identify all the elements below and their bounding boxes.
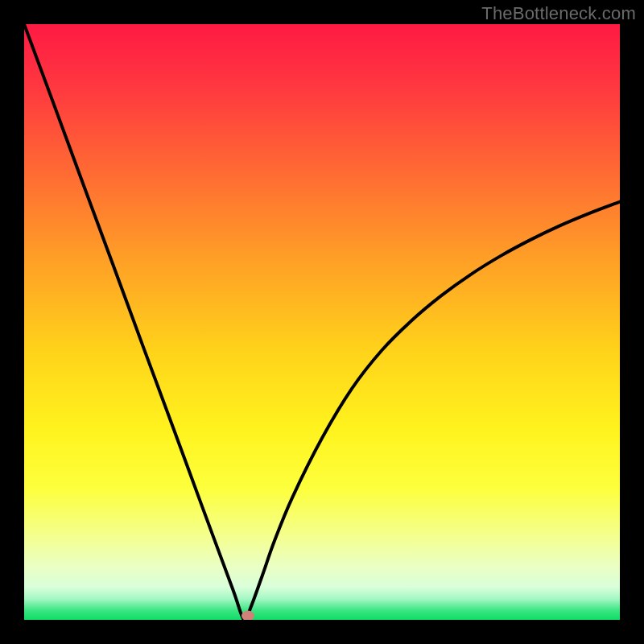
plot-area	[24, 24, 620, 620]
optimal-point-marker	[242, 610, 254, 620]
chart-frame: TheBottleneck.com	[0, 0, 644, 644]
watermark-text: TheBottleneck.com	[481, 3, 636, 24]
bottleneck-curve	[24, 24, 620, 620]
